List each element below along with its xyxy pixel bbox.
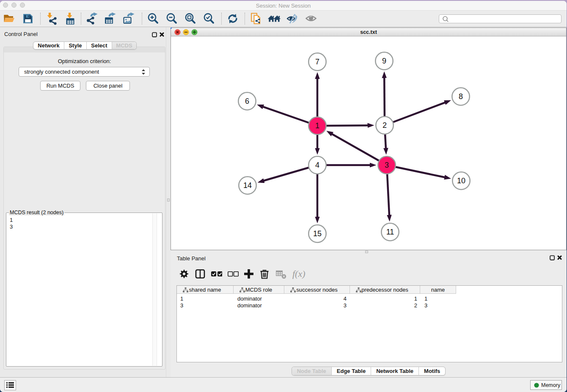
svg-text:7: 7 <box>315 58 319 66</box>
svg-text:4: 4 <box>315 161 319 169</box>
svg-text:14: 14 <box>243 181 252 190</box>
svg-text:2: 2 <box>383 121 387 130</box>
svg-text:3: 3 <box>385 161 389 169</box>
svg-text:f(x): f(x) <box>292 268 306 279</box>
svg-text:15: 15 <box>313 229 322 238</box>
svg-text:8: 8 <box>459 92 463 101</box>
svg-text:11: 11 <box>386 228 394 236</box>
svg-text:1: 1 <box>315 121 319 130</box>
svg-text:10: 10 <box>457 177 465 185</box>
svg-text:9: 9 <box>382 57 386 65</box>
svg-text:6: 6 <box>245 97 249 105</box>
